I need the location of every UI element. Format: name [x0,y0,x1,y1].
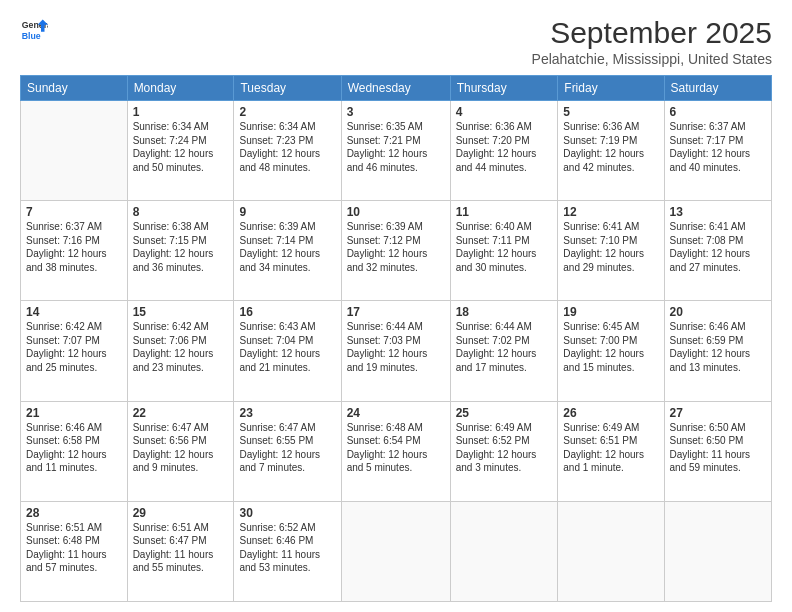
table-row: 30Sunrise: 6:52 AMSunset: 6:46 PMDayligh… [234,501,341,601]
day-number: 8 [133,205,229,219]
table-row: 11Sunrise: 6:40 AMSunset: 7:11 PMDayligh… [450,201,558,301]
day-number: 17 [347,305,445,319]
day-info: Sunrise: 6:49 AMSunset: 6:52 PMDaylight:… [456,421,553,475]
day-number: 11 [456,205,553,219]
table-row: 20Sunrise: 6:46 AMSunset: 6:59 PMDayligh… [664,301,771,401]
header-wednesday: Wednesday [341,76,450,101]
day-info: Sunrise: 6:40 AMSunset: 7:11 PMDaylight:… [456,220,553,274]
table-row: 26Sunrise: 6:49 AMSunset: 6:51 PMDayligh… [558,401,664,501]
day-number: 25 [456,406,553,420]
calendar-week-row: 1Sunrise: 6:34 AMSunset: 7:24 PMDaylight… [21,101,772,201]
table-row: 29Sunrise: 6:51 AMSunset: 6:47 PMDayligh… [127,501,234,601]
calendar-week-row: 14Sunrise: 6:42 AMSunset: 7:07 PMDayligh… [21,301,772,401]
day-number: 7 [26,205,122,219]
day-info: Sunrise: 6:36 AMSunset: 7:20 PMDaylight:… [456,120,553,174]
day-number: 19 [563,305,658,319]
header-friday: Friday [558,76,664,101]
title-block: September 2025 Pelahatchie, Mississippi,… [532,16,772,67]
table-row [341,501,450,601]
table-row [450,501,558,601]
header: General Blue September 2025 Pelahatchie,… [20,16,772,67]
table-row: 21Sunrise: 6:46 AMSunset: 6:58 PMDayligh… [21,401,128,501]
day-number: 12 [563,205,658,219]
day-number: 18 [456,305,553,319]
day-info: Sunrise: 6:47 AMSunset: 6:56 PMDaylight:… [133,421,229,475]
table-row: 8Sunrise: 6:38 AMSunset: 7:15 PMDaylight… [127,201,234,301]
day-number: 15 [133,305,229,319]
table-row: 6Sunrise: 6:37 AMSunset: 7:17 PMDaylight… [664,101,771,201]
logo: General Blue [20,16,48,44]
day-number: 24 [347,406,445,420]
header-sunday: Sunday [21,76,128,101]
calendar-header-row: Sunday Monday Tuesday Wednesday Thursday… [21,76,772,101]
table-row: 14Sunrise: 6:42 AMSunset: 7:07 PMDayligh… [21,301,128,401]
table-row: 7Sunrise: 6:37 AMSunset: 7:16 PMDaylight… [21,201,128,301]
svg-text:Blue: Blue [22,31,41,41]
table-row: 2Sunrise: 6:34 AMSunset: 7:23 PMDaylight… [234,101,341,201]
table-row: 9Sunrise: 6:39 AMSunset: 7:14 PMDaylight… [234,201,341,301]
table-row: 13Sunrise: 6:41 AMSunset: 7:08 PMDayligh… [664,201,771,301]
calendar-week-row: 7Sunrise: 6:37 AMSunset: 7:16 PMDaylight… [21,201,772,301]
day-number: 21 [26,406,122,420]
day-info: Sunrise: 6:37 AMSunset: 7:16 PMDaylight:… [26,220,122,274]
logo-icon: General Blue [20,16,48,44]
calendar-week-row: 21Sunrise: 6:46 AMSunset: 6:58 PMDayligh… [21,401,772,501]
day-number: 27 [670,406,766,420]
header-saturday: Saturday [664,76,771,101]
day-info: Sunrise: 6:46 AMSunset: 6:58 PMDaylight:… [26,421,122,475]
day-info: Sunrise: 6:34 AMSunset: 7:23 PMDaylight:… [239,120,335,174]
day-number: 28 [26,506,122,520]
day-info: Sunrise: 6:48 AMSunset: 6:54 PMDaylight:… [347,421,445,475]
table-row: 17Sunrise: 6:44 AMSunset: 7:03 PMDayligh… [341,301,450,401]
day-info: Sunrise: 6:47 AMSunset: 6:55 PMDaylight:… [239,421,335,475]
table-row: 19Sunrise: 6:45 AMSunset: 7:00 PMDayligh… [558,301,664,401]
table-row: 18Sunrise: 6:44 AMSunset: 7:02 PMDayligh… [450,301,558,401]
day-number: 1 [133,105,229,119]
day-number: 6 [670,105,766,119]
day-info: Sunrise: 6:52 AMSunset: 6:46 PMDaylight:… [239,521,335,575]
day-number: 9 [239,205,335,219]
table-row: 28Sunrise: 6:51 AMSunset: 6:48 PMDayligh… [21,501,128,601]
day-info: Sunrise: 6:38 AMSunset: 7:15 PMDaylight:… [133,220,229,274]
table-row [558,501,664,601]
day-number: 10 [347,205,445,219]
day-info: Sunrise: 6:41 AMSunset: 7:08 PMDaylight:… [670,220,766,274]
day-info: Sunrise: 6:44 AMSunset: 7:03 PMDaylight:… [347,320,445,374]
table-row: 15Sunrise: 6:42 AMSunset: 7:06 PMDayligh… [127,301,234,401]
table-row: 16Sunrise: 6:43 AMSunset: 7:04 PMDayligh… [234,301,341,401]
page: General Blue September 2025 Pelahatchie,… [0,0,792,612]
main-title: September 2025 [532,16,772,49]
day-info: Sunrise: 6:46 AMSunset: 6:59 PMDaylight:… [670,320,766,374]
day-number: 3 [347,105,445,119]
day-info: Sunrise: 6:51 AMSunset: 6:48 PMDaylight:… [26,521,122,575]
day-number: 29 [133,506,229,520]
day-info: Sunrise: 6:45 AMSunset: 7:00 PMDaylight:… [563,320,658,374]
day-number: 30 [239,506,335,520]
day-number: 13 [670,205,766,219]
table-row: 10Sunrise: 6:39 AMSunset: 7:12 PMDayligh… [341,201,450,301]
day-info: Sunrise: 6:49 AMSunset: 6:51 PMDaylight:… [563,421,658,475]
table-row: 25Sunrise: 6:49 AMSunset: 6:52 PMDayligh… [450,401,558,501]
table-row [664,501,771,601]
day-info: Sunrise: 6:50 AMSunset: 6:50 PMDaylight:… [670,421,766,475]
day-info: Sunrise: 6:42 AMSunset: 7:07 PMDaylight:… [26,320,122,374]
table-row: 23Sunrise: 6:47 AMSunset: 6:55 PMDayligh… [234,401,341,501]
table-row: 4Sunrise: 6:36 AMSunset: 7:20 PMDaylight… [450,101,558,201]
day-info: Sunrise: 6:35 AMSunset: 7:21 PMDaylight:… [347,120,445,174]
subtitle: Pelahatchie, Mississippi, United States [532,51,772,67]
table-row: 22Sunrise: 6:47 AMSunset: 6:56 PMDayligh… [127,401,234,501]
day-info: Sunrise: 6:37 AMSunset: 7:17 PMDaylight:… [670,120,766,174]
day-number: 20 [670,305,766,319]
day-number: 16 [239,305,335,319]
calendar-table: Sunday Monday Tuesday Wednesday Thursday… [20,75,772,602]
day-info: Sunrise: 6:39 AMSunset: 7:14 PMDaylight:… [239,220,335,274]
day-number: 14 [26,305,122,319]
day-info: Sunrise: 6:51 AMSunset: 6:47 PMDaylight:… [133,521,229,575]
day-number: 5 [563,105,658,119]
table-row: 1Sunrise: 6:34 AMSunset: 7:24 PMDaylight… [127,101,234,201]
day-info: Sunrise: 6:39 AMSunset: 7:12 PMDaylight:… [347,220,445,274]
day-number: 23 [239,406,335,420]
day-info: Sunrise: 6:42 AMSunset: 7:06 PMDaylight:… [133,320,229,374]
day-number: 2 [239,105,335,119]
day-info: Sunrise: 6:36 AMSunset: 7:19 PMDaylight:… [563,120,658,174]
